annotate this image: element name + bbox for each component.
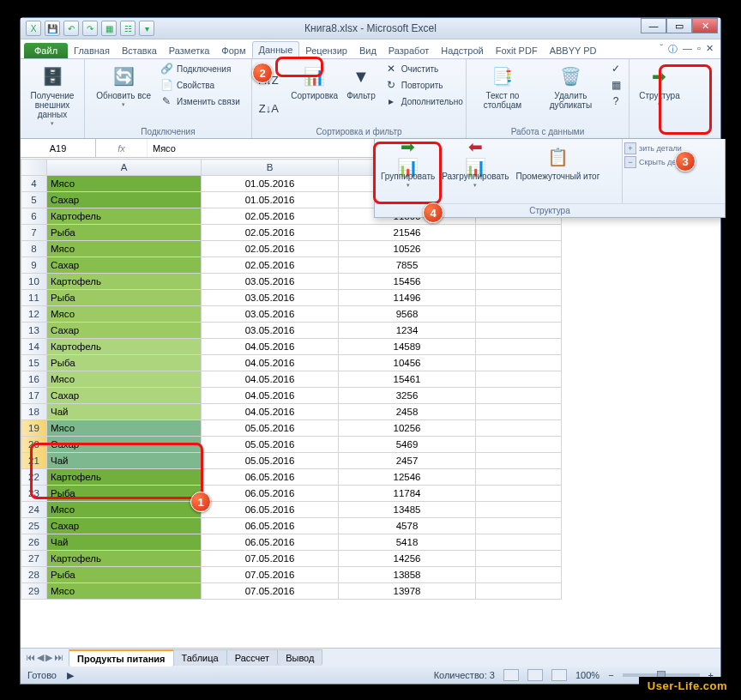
table-row[interactable]: 24Мясо06.05.201613485 [21,502,562,518]
maximize-button[interactable]: ▭ [666,18,692,33]
table-row[interactable]: 18Чай04.05.20162458 [21,404,562,420]
table-row[interactable]: 25Сахар06.05.20164578 [21,518,562,534]
edit-links-button[interactable]: ✎Изменить связи [157,94,243,109]
row-header[interactable]: 12 [21,306,47,323]
cell[interactable]: Сахар [47,323,202,339]
close-button[interactable]: ✕ [692,18,718,33]
cell[interactable]: 02.05.2016 [202,257,339,274]
table-row[interactable]: 23Рыба06.05.201611784 [21,486,562,502]
table-row[interactable]: 13Сахар03.05.20161234 [21,323,562,339]
table-row[interactable]: 19Мясо05.05.201610256 [21,420,562,437]
tab-layout[interactable]: Разметка [163,43,216,58]
row-header[interactable]: 7 [21,225,47,241]
cell[interactable]: Сахар [47,192,202,208]
cell[interactable]: 3256 [339,388,476,404]
normal-view-icon[interactable] [503,669,519,681]
cell[interactable] [476,290,562,306]
cell[interactable]: Чай [47,404,202,420]
cell[interactable]: 04.05.2016 [202,339,339,355]
qat-icon[interactable]: ▦ [101,21,117,36]
table-row[interactable]: 10Картофель03.05.201615456 [21,274,562,290]
cell[interactable]: 03.05.2016 [202,274,339,290]
minimize-button[interactable]: — [641,18,666,33]
cell[interactable]: Мясо [47,306,202,323]
row-header[interactable]: 29 [21,583,47,600]
cell[interactable]: 10256 [339,420,476,437]
subtotal-button[interactable]: 📋 Промежуточный итог [514,142,603,201]
cell[interactable]: Картофель [47,469,202,486]
refresh-all-button[interactable]: 🔄 Обновить все▾ [93,61,154,110]
cell[interactable]: 5469 [339,437,476,453]
cell[interactable]: 06.05.2016 [202,469,339,486]
cell[interactable]: 07.05.2016 [202,567,339,583]
col-header-A[interactable]: A [47,160,202,176]
cell[interactable]: 01.05.2016 [202,192,339,208]
row-header[interactable]: 10 [21,274,47,290]
table-row[interactable]: 29Мясо07.05.201613978 [21,583,562,600]
cell[interactable] [476,371,562,388]
row-header[interactable]: 21 [21,453,47,469]
cell[interactable]: 12546 [339,469,476,486]
cell[interactable]: 1234 [339,323,476,339]
row-header[interactable]: 19 [21,420,47,437]
cell[interactable]: Сахар [47,518,202,534]
cell[interactable]: 21546 [339,225,476,241]
hide-detail-button[interactable]: −Скрыть детали [624,156,723,168]
table-row[interactable]: 11Рыба03.05.201611496 [21,290,562,306]
cell[interactable]: 02.05.2016 [202,225,339,241]
sheet-tab[interactable]: Рассчет [226,649,279,666]
cell[interactable]: 06.05.2016 [202,486,339,502]
cell[interactable]: Мясо [47,502,202,518]
table-row[interactable]: 28Рыба07.05.201613858 [21,567,562,583]
tab-formulas[interactable]: Форм [215,43,251,58]
tab-developer[interactable]: Разработ [383,43,435,58]
outline-button[interactable]: ➡ Структура▾ [636,61,682,110]
cell[interactable] [476,404,562,420]
row-header[interactable]: 20 [21,437,47,453]
cell[interactable]: Мясо [47,241,202,257]
cell[interactable]: 02.05.2016 [202,241,339,257]
reapply-button[interactable]: ↻Повторить [382,77,466,93]
cell[interactable]: 04.05.2016 [202,388,339,404]
tab-foxit[interactable]: Foxit PDF [490,43,544,58]
cell[interactable] [476,453,562,469]
cell[interactable]: 11496 [339,290,476,306]
cell[interactable] [476,257,562,274]
page-layout-view-icon[interactable] [527,669,543,681]
sheet-nav[interactable]: ⏮◀▶⏭ [21,652,69,663]
row-header[interactable]: 17 [21,388,47,404]
cell[interactable]: 06.05.2016 [202,502,339,518]
cell[interactable] [476,225,562,241]
tab-home[interactable]: Главная [68,43,116,58]
cell[interactable]: 03.05.2016 [202,290,339,306]
qat-icon[interactable]: ☷ [120,21,136,36]
cell[interactable]: 9568 [339,306,476,323]
cell[interactable]: Мясо [47,176,202,192]
get-external-data-button[interactable]: 🗄️ Получение внешних данных▾ [24,61,81,129]
cell[interactable]: Рыба [47,225,202,241]
cell[interactable] [476,567,562,583]
remove-duplicates-button[interactable]: 🗑️ Удалить дубликаты [537,61,605,112]
tab-file[interactable]: Файл [24,43,68,58]
table-row[interactable]: 27Картофель07.05.201614256 [21,551,562,567]
cell[interactable] [476,306,562,323]
cell[interactable]: 10526 [339,241,476,257]
cell[interactable]: Рыба [47,355,202,371]
cell[interactable]: 13978 [339,583,476,600]
fx-buttons[interactable]: fx [96,139,148,157]
filter-button[interactable]: ▼ Фильтр [344,61,378,102]
name-box[interactable]: A19 [21,139,96,157]
cell[interactable]: 02.05.2016 [202,208,339,225]
select-all-corner[interactable] [21,160,47,176]
show-detail-button[interactable]: +зить детали [624,142,723,154]
cell[interactable] [476,518,562,534]
cell[interactable]: 01.05.2016 [202,176,339,192]
whatif-button[interactable]: ? [606,94,625,109]
table-row[interactable]: 21Чай05.05.20162457 [21,453,562,469]
cell[interactable] [476,534,562,551]
row-header[interactable]: 23 [21,486,47,502]
row-header[interactable]: 22 [21,469,47,486]
row-header[interactable]: 25 [21,518,47,534]
excel-icon[interactable]: X [26,21,41,36]
group-button[interactable]: ➡📊 Группировать▾ [378,142,437,201]
